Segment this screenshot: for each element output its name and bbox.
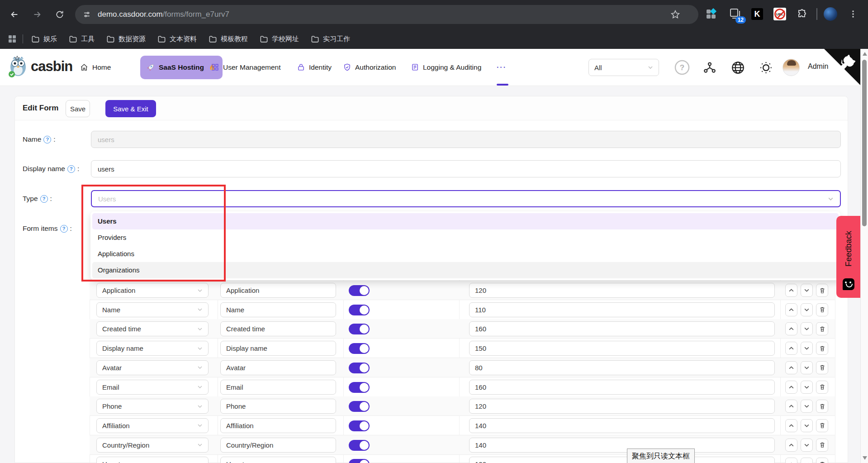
- nav-item-logging-auditing[interactable]: Logging & Auditing: [411, 49, 481, 86]
- row-move-up-button[interactable]: [785, 284, 797, 297]
- row-move-down-button[interactable]: [801, 419, 813, 432]
- row-visible-toggle[interactable]: [349, 440, 370, 451]
- row-visible-toggle[interactable]: [349, 420, 370, 431]
- row-move-down-button[interactable]: [801, 400, 813, 413]
- row-visible-toggle[interactable]: [349, 363, 370, 373]
- help-icon[interactable]: ?: [67, 165, 75, 173]
- bookmark-star-icon[interactable]: [670, 10, 680, 19]
- language-globe-icon[interactable]: [730, 60, 745, 75]
- row-visible-toggle[interactable]: [349, 401, 370, 412]
- scrollbar-down-arrow[interactable]: [863, 456, 867, 460]
- row-delete-button[interactable]: [816, 303, 828, 316]
- row-display-name-input[interactable]: Name: [220, 302, 336, 317]
- row-delete-button[interactable]: [816, 419, 828, 432]
- casbin-logo[interactable]: casbin: [8, 55, 72, 78]
- site-settings-icon[interactable]: [82, 10, 91, 19]
- row-name-select[interactable]: Name: [96, 302, 209, 317]
- nav-item-home[interactable]: Home: [80, 49, 111, 86]
- bookmark-folder[interactable]: 实习工作: [311, 35, 350, 43]
- feedback-ribbon[interactable]: Feedback: [836, 216, 860, 298]
- bookmark-folder[interactable]: 娱乐: [31, 35, 57, 43]
- row-width-input[interactable]: 120: [469, 457, 775, 463]
- row-visible-toggle[interactable]: [349, 324, 370, 334]
- apps-grid-icon[interactable]: [7, 34, 17, 44]
- scrollbar-thumb[interactable]: [862, 60, 867, 226]
- row-width-input[interactable]: 80: [469, 360, 775, 375]
- row-name-select[interactable]: Created time: [96, 321, 209, 336]
- user-avatar[interactable]: [783, 59, 800, 76]
- row-name-select[interactable]: Application: [96, 283, 209, 298]
- row-delete-button[interactable]: [816, 381, 828, 394]
- scrollbar-up-arrow[interactable]: [863, 52, 867, 56]
- row-display-name-input[interactable]: User type: [220, 457, 336, 463]
- row-delete-button[interactable]: [816, 439, 828, 452]
- save-button[interactable]: Save: [66, 100, 90, 117]
- help-icon[interactable]: ?: [40, 195, 48, 203]
- row-width-input[interactable]: 120: [469, 399, 775, 414]
- page-scrollbar[interactable]: [860, 49, 868, 463]
- row-move-down-button[interactable]: [801, 381, 813, 394]
- help-icon[interactable]: ?: [674, 60, 690, 75]
- organization-filter-select[interactable]: All: [588, 59, 659, 76]
- row-name-select[interactable]: Display name: [96, 341, 209, 356]
- row-move-down-button[interactable]: [801, 284, 813, 297]
- row-display-name-input[interactable]: Email: [220, 380, 336, 395]
- bookmark-folder[interactable]: 工具: [69, 35, 95, 43]
- row-move-up-button[interactable]: [785, 361, 797, 374]
- row-display-name-input[interactable]: Display name: [220, 341, 336, 356]
- bookmark-folder[interactable]: 学校网址: [260, 35, 299, 43]
- row-width-input[interactable]: 110: [469, 302, 775, 317]
- row-move-up-button[interactable]: [785, 419, 797, 432]
- row-display-name-input[interactable]: Created time: [220, 321, 336, 336]
- row-move-up-button[interactable]: [785, 439, 797, 452]
- row-delete-button[interactable]: [816, 361, 828, 374]
- row-move-down-button[interactable]: [801, 303, 813, 316]
- nav-item-identity[interactable]: Identity: [297, 49, 332, 86]
- row-delete-button[interactable]: [816, 458, 828, 463]
- k-extension-icon[interactable]: K: [749, 6, 765, 22]
- name-input[interactable]: users: [91, 131, 841, 148]
- tab-stack-extension-icon[interactable]: 12: [728, 6, 743, 22]
- theme-sun-icon[interactable]: [758, 60, 773, 75]
- url-blocker-extension-icon[interactable]: URL: [772, 6, 787, 22]
- row-delete-button[interactable]: [816, 400, 828, 413]
- dropdown-option[interactable]: Applications: [92, 246, 839, 262]
- row-width-input[interactable]: 160: [469, 380, 775, 395]
- extensions-puzzle-icon[interactable]: [795, 6, 810, 22]
- browser-profile-avatar[interactable]: [823, 6, 838, 22]
- row-visible-toggle[interactable]: [349, 382, 370, 393]
- row-width-input[interactable]: 160: [469, 321, 775, 336]
- row-move-up-button[interactable]: [785, 342, 797, 355]
- row-move-down-button[interactable]: [801, 439, 813, 452]
- nav-item-saas-hosting[interactable]: SaaS Hosting: [140, 56, 223, 79]
- address-bar[interactable]: demo.casdoor.com/forms/form_e7urv7: [75, 5, 698, 24]
- row-name-select[interactable]: User type: [96, 457, 209, 463]
- nav-item-user-management[interactable]: User Management: [211, 49, 281, 86]
- back-icon[interactable]: [7, 7, 22, 22]
- bookmark-folder[interactable]: 文本资料: [157, 35, 197, 43]
- row-move-up-button[interactable]: [785, 381, 797, 394]
- type-select[interactable]: Users: [91, 190, 841, 207]
- row-display-name-input[interactable]: Avatar: [220, 360, 336, 375]
- display-name-input[interactable]: users: [91, 160, 841, 177]
- nav-item-overflow[interactable]: ···: [497, 49, 507, 86]
- row-delete-button[interactable]: [816, 322, 828, 335]
- row-visible-toggle[interactable]: [349, 305, 370, 315]
- row-move-down-button[interactable]: [801, 458, 813, 463]
- save-and-exit-button[interactable]: Save & Exit: [105, 100, 156, 117]
- github-corner-icon[interactable]: [824, 49, 860, 85]
- row-display-name-input[interactable]: Country/Region: [220, 438, 336, 453]
- browser-menu-icon[interactable]: [845, 6, 861, 22]
- row-name-select[interactable]: Country/Region: [96, 438, 209, 453]
- row-move-down-button[interactable]: [801, 342, 813, 355]
- nav-item-authorization[interactable]: Authorization: [343, 49, 396, 86]
- workspace-extension-icon[interactable]: [703, 6, 719, 22]
- row-move-up-button[interactable]: [785, 322, 797, 335]
- row-move-up-button[interactable]: [785, 458, 797, 463]
- dropdown-option[interactable]: Users: [92, 213, 839, 229]
- row-visible-toggle[interactable]: [349, 459, 370, 463]
- help-icon[interactable]: ?: [43, 136, 51, 143]
- row-name-select[interactable]: Phone: [96, 399, 209, 414]
- help-icon[interactable]: ?: [60, 225, 68, 233]
- forward-icon[interactable]: [30, 7, 44, 22]
